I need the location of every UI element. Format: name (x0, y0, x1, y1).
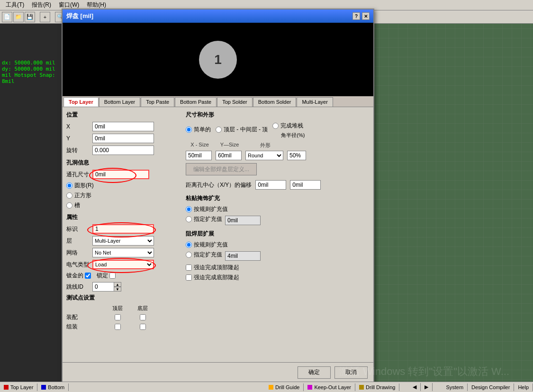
y-input[interactable] (92, 134, 154, 143)
jumpid-up-btn[interactable]: ▲ (114, 282, 121, 287)
paste-specify-label: 指定扩充值 (194, 215, 222, 223)
jumpid-row: 跳线ID ▲ ▼ (66, 282, 180, 292)
circle-label: 圆形(R) (74, 182, 94, 190)
top-layer-dot (4, 385, 9, 390)
slot-radio-group: 槽 (66, 201, 180, 210)
corner-input[interactable] (287, 151, 306, 160)
status-design[interactable]: Design Compiler (468, 383, 514, 391)
toolbar-btn-2[interactable]: 📁 (13, 12, 24, 22)
top-layer-label: Top Layer (10, 384, 33, 390)
y-label: Y (66, 135, 92, 142)
top-mid-label: 顶层 - 中间层 - 顶 (224, 126, 268, 134)
net-label: 网络 (66, 249, 92, 257)
status-bottom-layer[interactable]: Bottom (37, 383, 69, 391)
shape-select[interactable]: Round Rectangle Oval (245, 151, 283, 160)
assembly-top-checkbox[interactable] (115, 314, 121, 320)
top-mid-radio[interactable] (216, 127, 222, 133)
offset-y-input[interactable] (290, 180, 321, 190)
bottom-layer-label: Bottom (48, 384, 64, 390)
cancel-button[interactable]: 取消 (334, 366, 368, 379)
xsize-input[interactable] (186, 151, 212, 160)
shape-header: 外形 (246, 142, 284, 149)
hole-size-input[interactable] (92, 170, 149, 179)
simple-radio[interactable] (186, 127, 192, 133)
rotation-label: 旋转 (66, 146, 92, 155)
tab-multi-layer[interactable]: Multi-Layer (297, 97, 333, 107)
ysize-input[interactable] (216, 151, 242, 160)
tab-bottom-paste[interactable]: Bottom Paste (175, 97, 217, 107)
ok-button[interactable]: 确定 (298, 366, 331, 379)
tab-bottom-layer[interactable]: Bottom Layer (99, 97, 140, 107)
status-keepout[interactable]: Keep-Out Layer (304, 383, 355, 391)
jumpid-input[interactable] (92, 282, 114, 292)
full-define-button[interactable]: 编辑全部焊盘层定义... (186, 163, 257, 175)
solder-rule-radio[interactable] (186, 242, 192, 248)
square-radio-group: 正方形 (66, 191, 180, 200)
solder-specify-label: 指定扩充值 (194, 251, 222, 259)
dialog-title-buttons: ? ✕ (352, 12, 370, 20)
status-nav-right[interactable]: ▶ (421, 383, 433, 391)
square-label: 正方形 (74, 191, 91, 200)
rotation-input[interactable] (92, 146, 154, 155)
layer-group: 层 Multi-Layer (66, 236, 180, 246)
help-button[interactable]: ? (352, 12, 360, 20)
toolbar-btn-1[interactable]: 📄 (2, 12, 12, 22)
solder-specify-radio[interactable] (186, 252, 192, 258)
left-panel: dx: 50000.000 mil dy: 50000.000 mil mil … (0, 24, 66, 392)
menu-report[interactable]: 报告(R) (28, 0, 55, 10)
plated-locked-row: 镀金的 锁定 (66, 272, 180, 280)
testpoint-empty (66, 305, 104, 312)
fabrication-top-cell (106, 323, 129, 331)
force-top-checkbox[interactable] (186, 264, 192, 271)
x-input[interactable] (92, 122, 154, 131)
status-top-layer[interactable]: Top Layer (0, 383, 37, 391)
paste-specify-input[interactable] (225, 216, 261, 225)
offset-section: 距离孔中心（X/Y）的偏移 (186, 180, 370, 190)
net-select[interactable]: No Net (92, 248, 154, 257)
toolbar-btn-4[interactable]: + (40, 12, 50, 22)
status-drill-drawing[interactable]: Drill Drawing (355, 383, 399, 391)
tab-bottom-solder[interactable]: Bottom Solder (253, 97, 297, 107)
slot-radio[interactable] (66, 202, 72, 209)
paste-rule-radio[interactable] (186, 206, 192, 212)
force-bottom-group: 强迫完成底部隆起 (186, 273, 370, 282)
solder-specify-input[interactable] (225, 251, 261, 261)
fabrication-top-checkbox[interactable] (115, 324, 121, 330)
square-radio[interactable] (66, 192, 72, 199)
assembly-bottom-checkbox[interactable] (140, 314, 146, 320)
force-bottom-checkbox[interactable] (186, 274, 192, 281)
plated-checkbox[interactable] (85, 273, 91, 279)
locked-checkbox[interactable] (109, 273, 116, 279)
jumpid-spinner: ▲ ▼ (92, 282, 121, 292)
solder-specify-opt: 指定扩充值 (186, 251, 222, 259)
toolbar-btn-3[interactable]: 💾 (25, 12, 35, 22)
dy-value: dy: 50000.000 mil (2, 66, 64, 72)
designator-group: 标识 (66, 224, 180, 234)
full-define-radio[interactable] (272, 123, 279, 129)
offset-x-input[interactable] (255, 180, 286, 190)
tab-top-paste[interactable]: Top Paste (141, 97, 174, 107)
fabrication-bottom-checkbox[interactable] (140, 324, 146, 330)
paste-specify-radio[interactable] (186, 216, 192, 222)
jumpid-down-btn[interactable]: ▼ (114, 287, 121, 292)
status-drill-guide[interactable]: Drill Guide (265, 383, 304, 391)
menu-tools[interactable]: 工具(T) (2, 0, 28, 10)
properties-title: 属性 (66, 213, 180, 221)
tab-top-solder[interactable]: Top Solder (217, 97, 253, 107)
dialog-title: 焊盘 [mil] (66, 12, 93, 20)
circle-radio[interactable] (66, 182, 72, 189)
drill-drawing-dot (359, 385, 364, 390)
layer-select[interactable]: Multi-Layer (92, 236, 154, 246)
testpoint-title: 测试点设置 (66, 294, 180, 302)
close-button[interactable]: ✕ (362, 12, 370, 20)
ysize-header: Y—Size (217, 142, 243, 149)
assembly-label: 装配 (66, 313, 104, 321)
elec-type-select[interactable]: Load (92, 260, 154, 269)
status-system[interactable]: System (442, 383, 468, 391)
status-help[interactable]: Help (514, 383, 533, 391)
tab-top-layer[interactable]: Top Layer (63, 97, 99, 107)
designator-input[interactable] (92, 224, 154, 234)
status-nav-left[interactable]: ◀ (409, 383, 421, 391)
testpoint-grid: 顶层 底层 装配 组装 (66, 305, 180, 331)
testpoint-section: 测试点设置 顶层 底层 装配 组装 (66, 294, 180, 331)
